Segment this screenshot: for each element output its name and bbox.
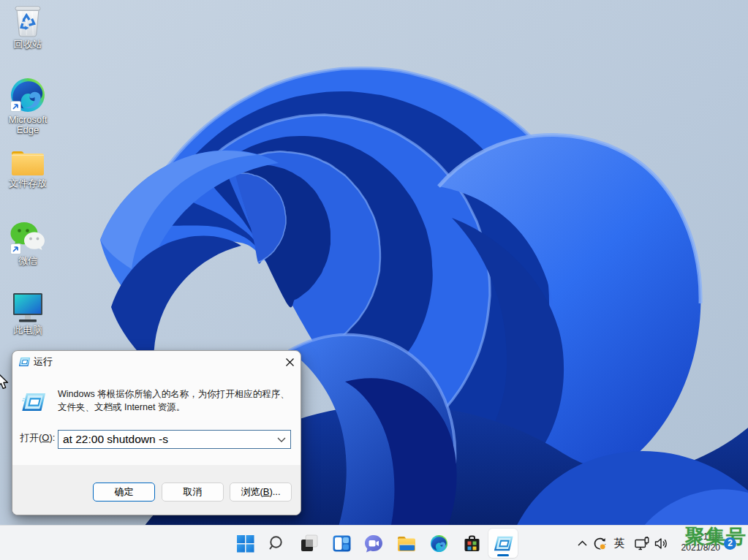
- tray-expand-button[interactable]: [572, 529, 592, 558]
- run-dialog-titlebar[interactable]: 运行: [12, 351, 301, 373]
- open-label-text: 打开(: [20, 432, 42, 443]
- taskbar-chat-button[interactable]: [359, 529, 388, 558]
- desktop-icon-folder[interactable]: 文件存放: [0, 149, 56, 189]
- open-label-suffix: ):: [49, 432, 55, 443]
- run-message-icon: [21, 393, 46, 412]
- taskbar-file-explorer-button[interactable]: [392, 529, 421, 558]
- run-command-combobox[interactable]: at 22:00 shutdown -s: [58, 430, 291, 449]
- taskbar-task-view-button[interactable]: [295, 529, 324, 558]
- tray-sync-icon-button[interactable]: [592, 529, 607, 558]
- desktop-icon-this-pc[interactable]: 此电脑: [0, 292, 56, 336]
- volume-icon: [654, 537, 668, 550]
- taskbar-widgets-button[interactable]: [327, 529, 356, 558]
- this-pc-icon: [11, 292, 45, 324]
- file-explorer-icon: [397, 535, 416, 552]
- taskbar: 英 21:19 2021/8/20 聚集号 2: [0, 525, 748, 560]
- desktop-icon-label: 微信: [0, 256, 56, 266]
- desktop-icon-label: Edge: [0, 125, 56, 135]
- store-icon: [463, 534, 481, 553]
- task-view-icon: [300, 534, 319, 553]
- network-icon: [635, 537, 649, 550]
- taskbar-store-button[interactable]: [457, 529, 486, 558]
- folder-icon: [11, 149, 45, 177]
- taskbar-run-app-button[interactable]: [488, 529, 518, 558]
- run-dialog-icon: [19, 357, 30, 366]
- browse-label-suffix: )...: [269, 486, 280, 497]
- open-label-accesskey: O: [42, 432, 49, 443]
- mouse-cursor: [0, 372, 9, 390]
- widgets-icon: [333, 535, 351, 552]
- tray-network-button[interactable]: [633, 529, 651, 558]
- edge-icon: [430, 534, 448, 553]
- cancel-button[interactable]: 取消: [162, 483, 224, 502]
- shortcut-arrow-icon: [10, 243, 21, 254]
- tray-volume-button[interactable]: [652, 529, 670, 558]
- desktop: 回收站 Microsoft Edge 文件存放: [0, 0, 748, 560]
- close-icon: [286, 358, 294, 366]
- run-dialog-message: Windows 将根据你所输入的名称，为你打开相应的程序、 文件夹、文档或 In…: [58, 388, 290, 414]
- search-icon: [268, 534, 286, 552]
- taskbar-search-button[interactable]: [262, 529, 292, 558]
- chevron-up-icon: [578, 540, 587, 546]
- taskbar-start-button[interactable]: [230, 529, 260, 558]
- desktop-icon-label: 回收站: [0, 39, 56, 50]
- watermark: 聚集号 2: [685, 527, 747, 547]
- tray-ime-indicator[interactable]: 英: [611, 529, 627, 558]
- browse-button[interactable]: 浏览(B)...: [230, 483, 292, 502]
- browse-label-text: 浏览(: [241, 486, 262, 497]
- run-app-icon: [494, 536, 513, 551]
- run-dialog-title: 运行: [34, 355, 53, 368]
- watermark-badge: 2: [724, 537, 736, 550]
- chat-icon: [364, 534, 383, 553]
- desktop-icon-label: Microsoft: [0, 115, 56, 125]
- desktop-icon-recycle-bin[interactable]: 回收站: [0, 4, 56, 50]
- sync-icon: [593, 537, 607, 550]
- watermark-text: 聚集号: [685, 526, 747, 548]
- start-icon: [236, 534, 254, 553]
- desktop-icon-label: 文件存放: [0, 178, 56, 189]
- chevron-down-icon: [277, 437, 286, 442]
- message-line1: Windows 将根据你所输入的名称，为你打开相应的程序、: [58, 389, 290, 399]
- recycle-bin-icon: [13, 4, 42, 38]
- run-command-value: at 22:00 shutdown -s: [63, 433, 273, 446]
- run-dialog: 运行 Windows 将根据你所输入的名称，为你打开相应的程序、 文件夹、文档或…: [12, 350, 301, 515]
- desktop-icon-label: 此电脑: [0, 325, 56, 336]
- open-label: 打开(O):: [20, 431, 55, 444]
- taskbar-edge-button[interactable]: [424, 529, 453, 558]
- message-line2: 文件夹、文档或 Internet 资源。: [58, 402, 185, 412]
- ime-label: 英: [614, 537, 625, 550]
- combobox-dropdown-button[interactable]: [273, 431, 290, 448]
- ok-button[interactable]: 确定: [93, 483, 155, 502]
- desktop-icon-edge[interactable]: Microsoft Edge: [0, 77, 56, 135]
- close-button[interactable]: [279, 352, 301, 373]
- desktop-icon-wechat[interactable]: 微信: [0, 221, 56, 266]
- shortcut-arrow-icon: [10, 101, 21, 112]
- active-app-indicator: [497, 554, 509, 556]
